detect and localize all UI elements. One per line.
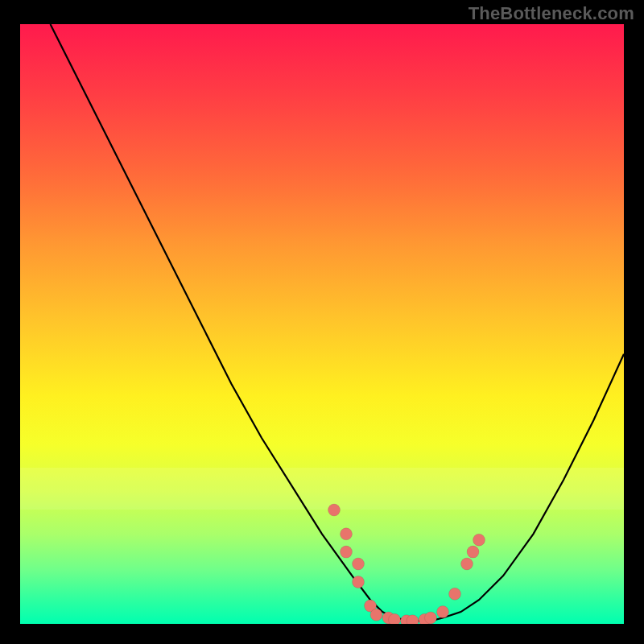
data-point xyxy=(449,588,461,600)
chart-frame: TheBottleneck.com xyxy=(0,0,644,644)
data-point xyxy=(473,534,485,546)
data-point xyxy=(341,528,353,540)
data-point xyxy=(407,615,419,624)
attribution-label: TheBottleneck.com xyxy=(469,3,634,24)
chart-area xyxy=(20,24,624,624)
data-point xyxy=(389,613,401,624)
bottleneck-curve xyxy=(51,24,625,621)
data-point xyxy=(467,546,479,558)
data-point xyxy=(437,606,449,618)
data-point xyxy=(425,612,437,624)
data-point xyxy=(461,558,473,570)
data-point xyxy=(370,609,382,621)
data-point xyxy=(341,546,353,558)
data-point xyxy=(353,558,365,570)
data-point xyxy=(328,504,341,516)
data-point xyxy=(353,576,365,588)
scatter-dots xyxy=(328,504,485,624)
curve-overlay xyxy=(20,24,624,624)
